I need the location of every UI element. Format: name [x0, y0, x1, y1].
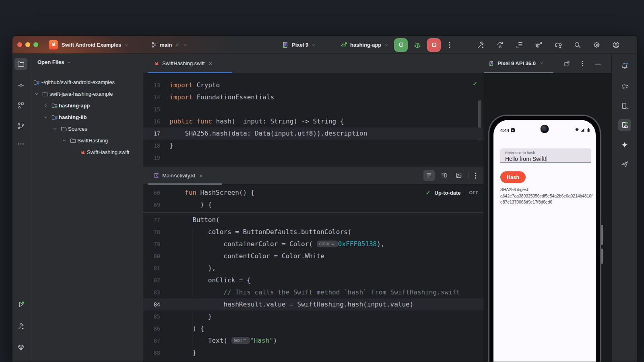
line-number[interactable]: 15	[143, 103, 160, 115]
code-line[interactable]: 78 colors = ButtonDefaults.buttonColors(	[143, 226, 483, 238]
device-selector[interactable]: Pixel 9	[281, 36, 316, 54]
close-tab-icon[interactable]: ×	[208, 60, 212, 67]
line-number[interactable]: 83	[143, 286, 160, 298]
code-text[interactable]: fun HashScreen() {	[185, 187, 254, 199]
gradle-sync-icon[interactable]	[554, 41, 562, 49]
inspections-diamond-button[interactable]	[14, 341, 27, 354]
stop-button[interactable]	[427, 38, 441, 52]
code-text[interactable]: public func hash(_ input: String) -> Str…	[169, 115, 344, 128]
chevron-down-icon[interactable]	[60, 138, 68, 144]
debug-bug-icon[interactable]	[413, 41, 422, 49]
line-number[interactable]: 18	[143, 140, 160, 152]
line-number[interactable]: 86	[143, 323, 160, 335]
running-devices-button[interactable]	[618, 119, 631, 131]
settings-gear-icon[interactable]	[592, 41, 601, 49]
paper-plane-button[interactable]	[618, 158, 631, 170]
more-horizontal-button[interactable]	[14, 138, 27, 150]
commit-button[interactable]	[14, 79, 27, 91]
code-line[interactable]: 85 }	[143, 311, 483, 323]
project-folder-button[interactable]	[14, 58, 27, 70]
run-play-button[interactable]	[14, 298, 27, 311]
code-line[interactable]: 82 onClick = {	[143, 274, 483, 286]
line-number[interactable]: 78	[143, 226, 160, 238]
code-text[interactable]: ) {	[185, 199, 212, 211]
code-text[interactable]: ) {	[185, 323, 204, 335]
power-button[interactable]	[601, 249, 603, 264]
split-view-button[interactable]	[438, 170, 450, 181]
tree-item[interactable]: SwiftHashing.swift	[30, 146, 143, 158]
code-text[interactable]: onClick = {	[185, 274, 251, 286]
more-vertical-icon[interactable]: ⋮	[446, 41, 453, 49]
project-view-selector[interactable]: Open Files	[37, 59, 72, 65]
code-line[interactable]: 60fun HashScreen() {	[143, 187, 483, 199]
code-line[interactable]: 18}	[143, 140, 483, 152]
line-number[interactable]: 17	[143, 128, 160, 140]
line-number[interactable]: 13	[143, 79, 160, 91]
code-view-button[interactable]	[423, 170, 435, 181]
tab-mainactivity-kt[interactable]: MainActivity.kt ×	[148, 167, 222, 184]
tree-item[interactable]: hashing-app	[30, 100, 143, 111]
code-line[interactable]: 19	[143, 152, 483, 164]
more-horizontal-button[interactable]	[14, 356, 27, 362]
chevron-down-icon[interactable]	[50, 126, 59, 132]
gradle-elephant-button[interactable]	[618, 80, 631, 93]
open-in-new-window-icon[interactable]	[564, 60, 570, 67]
packages-button[interactable]	[14, 99, 27, 111]
code-line[interactable]: 87 Text( text = "Hash")	[143, 335, 483, 347]
code-text[interactable]: ),	[185, 262, 216, 274]
editor-swifthashing[interactable]: ✓ 13import Crypto14import FoundationEsse…	[143, 73, 483, 166]
line-number[interactable]: 80	[143, 250, 160, 262]
code-text[interactable]: import Crypto	[169, 79, 220, 91]
code-line[interactable]: 14import FoundationEssentials	[143, 91, 483, 103]
tab-swifthashing-swift[interactable]: SwiftHashing.swift ×	[148, 54, 232, 73]
code-line[interactable]: 86 ) {	[143, 323, 483, 335]
design-view-button[interactable]	[453, 170, 464, 181]
line-number[interactable]: 69	[143, 199, 160, 211]
search-everywhere-icon[interactable]	[573, 41, 582, 49]
minimize-window-button[interactable]	[25, 42, 30, 47]
line-number[interactable]: 79	[143, 238, 160, 250]
emulator-tab[interactable]: Pixel 9 API 36.0 ×	[488, 54, 543, 73]
rerun-with-ai-icon[interactable]: A	[496, 41, 504, 49]
code-text[interactable]: hashResult.value = SwiftHashing.hash(inp…	[185, 298, 413, 311]
line-number[interactable]: 14	[143, 91, 160, 103]
chevron-down-icon[interactable]	[32, 91, 41, 97]
editor-mainactivity[interactable]: ✓ Up-to-date OFF 60fun HashScreen() {69 …	[143, 185, 483, 362]
line-number[interactable]: 16	[143, 115, 160, 128]
attach-debugger-icon[interactable]	[535, 41, 543, 49]
close-tab-icon[interactable]: ×	[199, 172, 203, 179]
code-line[interactable]: 15	[143, 103, 483, 115]
line-number[interactable]: 77	[143, 214, 160, 226]
tree-item[interactable]: hashing-lib	[30, 111, 143, 123]
build-hammer-icon[interactable]	[477, 41, 485, 49]
line-number[interactable]: 87	[143, 335, 160, 347]
code-text[interactable]: containerColor = Color( color = 0xFFF051…	[185, 238, 384, 250]
code-text[interactable]: Text( text = "Hash")	[185, 335, 277, 347]
notifications-bell-button[interactable]	[618, 60, 631, 72]
code-text[interactable]: Button(	[185, 214, 220, 226]
hash-button[interactable]: Hash	[500, 171, 526, 183]
code-text[interactable]: colors = ButtonDefaults.buttonColors(	[185, 226, 351, 238]
code-text[interactable]: }	[185, 347, 196, 359]
tree-item[interactable]: Sources	[30, 123, 143, 135]
line-number[interactable]: 85	[143, 311, 160, 323]
code-line[interactable]: 16public func hash(_ input: String) -> S…	[143, 115, 483, 128]
line-number[interactable]: 60	[143, 187, 160, 199]
build-hammer-button[interactable]	[14, 320, 27, 332]
code-text[interactable]: SHA256.hash(data: Data(input.utf8)).desc…	[169, 128, 367, 140]
code-line[interactable]: 13import Crypto	[143, 79, 483, 91]
gemini-sparkle-button[interactable]	[618, 139, 631, 151]
rerun-button[interactable]	[394, 38, 408, 52]
line-number[interactable]: 82	[143, 274, 160, 286]
tree-item[interactable]: swift-java-hashing-example	[30, 88, 143, 100]
account-profile-icon[interactable]	[612, 41, 620, 49]
code-line[interactable]: 69 ) {	[143, 199, 483, 211]
code-text[interactable]: // This calls the Swift method `hash` fr…	[185, 286, 460, 298]
run-config-selector[interactable]: hashing-app	[340, 36, 389, 54]
code-text[interactable]: import FoundationEssentials	[169, 91, 274, 103]
line-number[interactable]: 19	[143, 152, 160, 164]
device-manager-button[interactable]	[618, 100, 631, 112]
todo-list-icon[interactable]: 5	[515, 41, 524, 49]
version-control-button[interactable]	[14, 120, 27, 132]
code-line[interactable]: 17 SHA256.hash(data: Data(input.utf8)).d…	[143, 128, 483, 140]
